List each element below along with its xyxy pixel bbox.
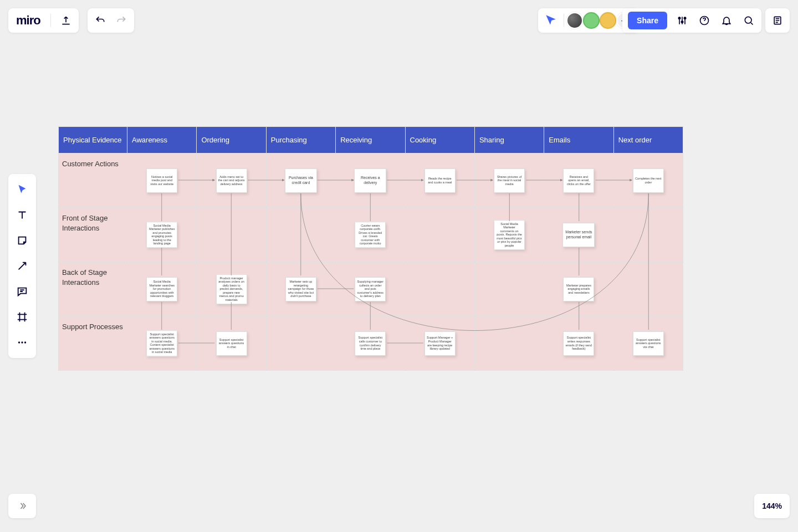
sticky-note[interactable]: Marketer sets up retargeting campaign fo… <box>285 277 316 301</box>
select-tool[interactable] <box>14 182 30 197</box>
blueprint-cell[interactable]: Social Media Marketer comments on posts.… <box>474 208 544 262</box>
avatar[interactable] <box>600 12 616 29</box>
sticky-note[interactable]: Support specialist answers questions via… <box>633 331 664 356</box>
sticky-note[interactable]: Support specialist writes responses emai… <box>563 331 594 356</box>
bell-icon[interactable] <box>719 13 734 28</box>
search-icon[interactable] <box>741 13 756 28</box>
service-blueprint[interactable]: Physical EvidenceAwarenessOrderingPurcha… <box>58 126 683 371</box>
sticky-note[interactable]: Social Media Marketer comments on posts.… <box>494 219 525 249</box>
column-header[interactable]: Ordering <box>197 127 266 154</box>
tool-toolbar <box>8 174 36 358</box>
blueprint-cell[interactable]: Support specialist answers questions via… <box>613 316 683 371</box>
notes-panel-button[interactable] <box>765 8 790 33</box>
zoom-level[interactable]: 144% <box>754 494 790 518</box>
settings-icon[interactable] <box>675 13 689 28</box>
blueprint-cell[interactable] <box>197 208 266 262</box>
blueprint-cell[interactable]: Notices a social media post and visits o… <box>127 154 197 208</box>
blueprint-cell[interactable]: Reads the recipe and cooks a meal <box>405 154 474 208</box>
comment-tool[interactable] <box>14 284 30 299</box>
blueprint-cell[interactable]: Courier wears corporate outfit. Drives a… <box>336 208 405 262</box>
blueprint-cell[interactable]: Marketer prepares engaging emails and ne… <box>544 262 613 316</box>
text-tool[interactable] <box>14 207 30 223</box>
sticky-note[interactable]: Adds menu set to the cart and adjusts de… <box>216 168 247 193</box>
blueprint-cell[interactable] <box>474 262 544 316</box>
blueprint-cell[interactable] <box>613 208 683 262</box>
export-icon[interactable] <box>59 13 73 28</box>
blueprint-cell[interactable]: Receives a delivery <box>336 154 405 208</box>
sticky-note[interactable]: Support specialist answers questions in … <box>146 330 177 357</box>
sticky-note[interactable]: Supplying manager collects an order and … <box>355 277 386 301</box>
more-tools[interactable] <box>14 335 30 350</box>
blueprint-cell[interactable]: Marketer sets up retargeting campaign fo… <box>266 262 335 316</box>
blueprint-cell[interactable] <box>405 262 474 316</box>
blueprint-cell[interactable] <box>266 208 335 262</box>
notes-icon <box>770 13 785 28</box>
expand-panel-button[interactable] <box>8 494 36 518</box>
column-header[interactable]: Awareness <box>127 127 197 154</box>
actions-panel: Share <box>622 8 761 33</box>
blueprint-cell[interactable]: Completes the next order <box>613 154 683 208</box>
sticky-note[interactable]: Marketer prepares engaging emails and ne… <box>563 277 594 301</box>
row-label[interactable]: Customer Actions <box>59 154 127 208</box>
column-header[interactable]: Cooking <box>405 127 474 154</box>
sticky-note[interactable]: Product manager analyses orders on daily… <box>216 274 247 304</box>
cursor-tracking-icon[interactable] <box>544 13 558 28</box>
blueprint-cell[interactable]: Receives and opens an email, clicks on t… <box>544 154 613 208</box>
share-button[interactable]: Share <box>628 12 667 29</box>
sticky-note[interactable]: Social Media Marketer searches for promo… <box>146 277 177 301</box>
sticky-note[interactable]: Reads the recipe and cooks a meal <box>424 168 456 193</box>
redo-button[interactable] <box>114 13 129 28</box>
sticky-note[interactable]: Receives a delivery <box>354 168 386 193</box>
blueprint-cell[interactable]: Shares pictures of the meal in social me… <box>474 154 544 208</box>
blueprint-cell[interactable]: Product manager analyses orders on daily… <box>197 262 266 316</box>
blueprint-cell[interactable]: Purchases via credit card <box>266 154 335 208</box>
blueprint-cell[interactable] <box>266 316 335 371</box>
blueprint-cell[interactable] <box>474 316 544 371</box>
sticky-note-tool[interactable] <box>14 233 30 248</box>
frame-tool[interactable] <box>14 309 30 325</box>
blueprint-cell[interactable]: Support specialist answers questions in … <box>197 316 266 371</box>
svg-point-5 <box>24 341 26 343</box>
sticky-note[interactable]: Courier wears corporate outfit. Drives a… <box>355 222 386 248</box>
undo-button[interactable] <box>93 13 108 28</box>
avatar[interactable] <box>583 12 600 29</box>
blueprint-cell[interactable]: Support specialist writes responses emai… <box>544 316 613 371</box>
column-header[interactable]: Next order <box>613 127 683 154</box>
blueprint-cell[interactable] <box>613 262 683 316</box>
avatar[interactable] <box>566 12 583 29</box>
sticky-note[interactable]: Shares pictures of the meal in social me… <box>494 168 525 193</box>
sticky-note[interactable]: Social Media Marketer publishes and prom… <box>146 222 177 248</box>
blueprint-cell[interactable]: Marketer sends personal email <box>544 208 613 262</box>
row-label[interactable]: Front of Stage Interactions <box>59 208 127 262</box>
sticky-note[interactable]: Support Manager + Product Manager are ke… <box>424 331 456 356</box>
blueprint-cell[interactable]: Social Media Marketer searches for promo… <box>127 262 197 316</box>
sticky-note[interactable]: Notices a social media post and visits o… <box>146 168 177 193</box>
sticky-note[interactable]: Marketer sends personal email <box>562 223 595 247</box>
column-header[interactable]: Receiving <box>336 127 405 154</box>
sticky-note[interactable]: Support specialist calls customer to con… <box>355 331 386 356</box>
undo-redo-panel <box>88 8 134 33</box>
row-label[interactable]: Support Processes <box>59 316 127 371</box>
help-icon[interactable] <box>697 13 712 28</box>
canvas[interactable]: Physical EvidenceAwarenessOrderingPurcha… <box>58 126 683 370</box>
column-header[interactable]: Sharing <box>474 127 544 154</box>
blueprint-cell[interactable] <box>405 208 474 262</box>
column-header[interactable]: Emails <box>544 127 613 154</box>
arrow-tool[interactable] <box>14 258 30 274</box>
blueprint-cell[interactable]: Social Media Marketer publishes and prom… <box>127 208 197 262</box>
svg-point-3 <box>18 341 20 343</box>
sticky-note[interactable]: Receives and opens an email, clicks on t… <box>563 168 594 193</box>
sticky-note[interactable]: Support specialist answers questions in … <box>216 331 247 356</box>
blueprint-cell[interactable]: Support specialist answers questions in … <box>127 316 197 371</box>
row-label[interactable]: Back of Stage Interactions <box>59 262 127 316</box>
blueprint-cell[interactable]: Support Manager + Product Manager are ke… <box>405 316 474 371</box>
sticky-note[interactable]: Completes the next order <box>633 168 664 193</box>
blueprint-cell[interactable]: Supplying manager collects an order and … <box>336 262 405 316</box>
sticky-note[interactable]: Purchases via credit card <box>285 168 317 193</box>
logo[interactable]: miro <box>14 13 43 28</box>
zoom-value: 144% <box>762 502 782 510</box>
blueprint-cell[interactable]: Support specialist calls customer to con… <box>336 316 405 371</box>
blueprint-cell[interactable]: Adds menu set to the cart and adjusts de… <box>197 154 266 208</box>
column-header[interactable]: Physical Evidence <box>59 127 127 154</box>
column-header[interactable]: Purchasing <box>266 127 335 154</box>
